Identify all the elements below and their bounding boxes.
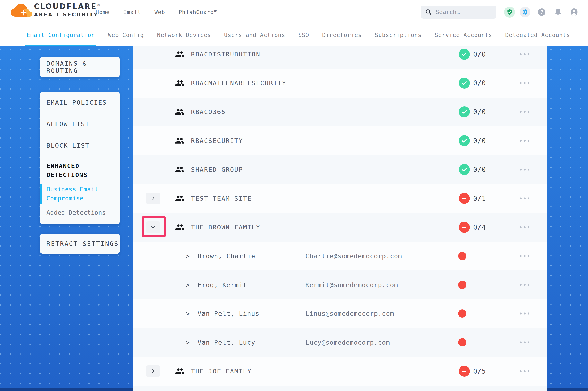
status-count: 0/1: [473, 194, 486, 202]
status-dot: [458, 309, 466, 318]
group-icon: [175, 222, 185, 232]
sidebar-policies-card: EMAIL POLICIES ALLOW LIST BLOCK LIST ENH…: [40, 92, 120, 224]
top-navigation: HomeEmailWebPhishGuard™: [96, 0, 217, 24]
status-count: 0/0: [473, 108, 486, 116]
tab-network-devices[interactable]: Network Devices: [157, 24, 211, 46]
group-name: RBACO365: [191, 108, 226, 115]
tab-service-accounts[interactable]: Service Accounts: [435, 24, 492, 46]
sidebar-item-domains-routing[interactable]: DOMAINS & ROUTING: [40, 57, 120, 77]
member-row: > Van Pelt, Lucy Lucy@somedemocorp.com: [133, 328, 547, 357]
group-row: RBACDISTRUBUTION 0/0: [133, 46, 547, 69]
group-row: SHARED_GROUP 0/0: [133, 155, 547, 184]
status-count: 0/0: [473, 137, 486, 145]
spacer-row: [133, 386, 547, 391]
search-icon: [425, 8, 432, 15]
row-menu-button[interactable]: [519, 224, 530, 230]
group-name: TEST TEAM SITE: [191, 195, 252, 202]
status-count: 0/0: [473, 166, 486, 174]
sidebar-item-email-policies[interactable]: EMAIL POLICIES: [40, 92, 120, 113]
group-row: RBACMAILENABLESECURITY 0/0: [133, 69, 547, 98]
row-menu-button[interactable]: [519, 368, 530, 374]
topnav-link[interactable]: Web: [154, 9, 165, 15]
groups-table-panel: RBACDISTRUBUTION 0/0 RBACMAILENABLESECUR…: [133, 46, 547, 391]
tab-label: Web Config: [108, 32, 144, 38]
group-icon: [175, 78, 185, 88]
sidebar-label: BLOCK LIST: [46, 142, 90, 149]
sidebar-item-retract-settings[interactable]: RETRACT SETTINGS: [40, 234, 120, 254]
search-input[interactable]: [436, 9, 489, 15]
row-menu-button[interactable]: [519, 311, 530, 316]
row-menu-button[interactable]: [519, 138, 530, 144]
tab-email-configuration[interactable]: Email Configuration: [27, 24, 95, 46]
member-name: Frog, Kermit: [198, 281, 247, 289]
group-row: THE JOE FAMILY 0/5: [133, 357, 547, 386]
shield-check-icon[interactable]: [504, 0, 515, 24]
check-icon: [461, 51, 468, 57]
groups-table: RBACDISTRUBUTION 0/0 RBACMAILENABLESECUR…: [133, 46, 547, 391]
sidebar-label: RETRACT SETTINGS: [46, 240, 119, 247]
chevron-right-icon[interactable]: >: [186, 252, 190, 260]
topnav-link[interactable]: Home: [96, 9, 110, 15]
bell-icon[interactable]: [554, 0, 562, 24]
chevron-right-icon[interactable]: >: [186, 281, 190, 288]
tab-label: SSO: [298, 32, 309, 38]
help-icon[interactable]: ?: [538, 0, 545, 24]
group-icon: [175, 165, 185, 175]
group-row: THE BROWN FAMILY 0/4: [133, 213, 547, 242]
group-icon: [175, 107, 185, 117]
tab-label: Email Configuration: [27, 32, 95, 38]
member-name: Van Pelt, Lucy: [198, 339, 255, 346]
status-badge: [459, 78, 470, 89]
sidebar-label: DOMAINS & ROUTING: [46, 60, 120, 74]
topnav-link[interactable]: PhishGuard™: [178, 9, 217, 15]
row-menu-button[interactable]: [519, 195, 530, 201]
member-email: Kermit@somedemocorp.com: [305, 281, 398, 289]
status-count: 0/0: [473, 79, 486, 87]
tab-label: Delegated Accounts: [505, 32, 570, 38]
sidebar-item-business-email-compromise[interactable]: Business Email Compromise: [40, 185, 120, 203]
brand-line1: CLOUDFLARE®: [34, 2, 101, 10]
status-dot: [458, 338, 466, 346]
account-icon[interactable]: [570, 0, 578, 24]
check-icon: [461, 166, 468, 173]
search-box: [421, 5, 496, 19]
status-count: 0/5: [473, 367, 486, 375]
tab-web-config[interactable]: Web Config: [108, 24, 144, 46]
member-email: Charlie@somedemocorp.com: [305, 252, 402, 260]
top-bar: CLOUDFLARE® AREA 1 SECURITY HomeEmailWeb…: [0, 0, 588, 24]
status-badge: [459, 106, 470, 117]
row-menu-button[interactable]: [519, 51, 530, 57]
sidebar-item-allow-list[interactable]: ALLOW LIST: [40, 113, 120, 135]
tab-delegated-accounts[interactable]: Delegated Accounts: [505, 24, 570, 46]
sidebar-label: EMAIL POLICIES: [46, 99, 107, 106]
expand-toggle-button[interactable]: [146, 193, 160, 204]
tab-subscriptions[interactable]: Subscriptions: [375, 24, 422, 46]
chevron-right-icon[interactable]: >: [186, 339, 190, 346]
cloudflare-logo[interactable]: CLOUDFLARE® AREA 1 SECURITY: [11, 2, 101, 18]
minus-icon: [461, 195, 468, 202]
brand-text: CLOUDFLARE® AREA 1 SECURITY: [34, 2, 101, 18]
gear-icon[interactable]: [520, 0, 530, 24]
sidebar-item-added-detections[interactable]: Added Detections: [40, 208, 120, 217]
page: RBACDISTRUBUTION 0/0 RBACMAILENABLESECUR…: [0, 0, 588, 391]
row-menu-button[interactable]: [519, 109, 530, 115]
sidebar-item-block-list[interactable]: BLOCK LIST: [40, 135, 120, 156]
tab-label: Directories: [322, 32, 362, 38]
expand-toggle-button[interactable]: [146, 365, 160, 377]
tab-directories[interactable]: Directories: [322, 24, 362, 46]
expand-toggle-button[interactable]: [146, 221, 160, 233]
row-menu-button[interactable]: [519, 339, 530, 345]
topnav-link[interactable]: Email: [123, 9, 141, 15]
tab-label: Users and Actions: [224, 32, 285, 38]
tab-sso[interactable]: SSO: [298, 24, 309, 46]
chevron-right-icon[interactable]: >: [186, 310, 190, 317]
group-icon: [175, 49, 185, 59]
row-menu-button[interactable]: [519, 167, 530, 173]
row-menu-button[interactable]: [519, 253, 530, 259]
row-menu-button[interactable]: [519, 282, 530, 288]
row-menu-button[interactable]: [519, 80, 530, 86]
group-row: RBACO365 0/0: [133, 98, 547, 126]
tab-users-and-actions[interactable]: Users and Actions: [224, 24, 285, 46]
status-badge: [459, 222, 470, 233]
minus-icon: [461, 224, 468, 230]
